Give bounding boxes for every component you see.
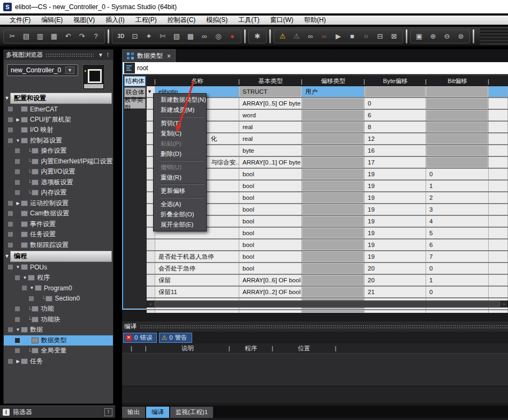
redo-icon[interactable]: ↷	[75, 31, 88, 42]
controller-selector[interactable]: new_Controller_0 ▼	[7, 64, 78, 76]
cell-offset-type[interactable]: 用户	[302, 86, 365, 97]
cell-byte-offset[interactable]: 8	[365, 122, 426, 132]
scrollbar-thumb[interactable]	[155, 301, 500, 307]
menu-item-8[interactable]: 窗口(W)	[265, 15, 299, 25]
chevron-expanded-icon[interactable]: ▼	[15, 265, 21, 269]
cell-bit-offset[interactable]: 0	[426, 169, 489, 179]
check-program-icon[interactable]: ✄	[156, 31, 169, 42]
menu-item-3[interactable]: 插入(I)	[100, 15, 130, 25]
context-menu-item-3[interactable]: 剪切(T)	[154, 118, 206, 129]
sidebar-item-操作设置[interactable]: └操作设置	[4, 146, 113, 156]
menu-item-5[interactable]: 控制器(C)	[162, 15, 201, 25]
cell-extra[interactable]	[489, 216, 508, 227]
sidebar-item-事件设置[interactable]: 事件设置	[4, 219, 113, 230]
cell-bit-offset[interactable]: 4	[426, 216, 489, 227]
delete-icon[interactable]: ▦	[48, 31, 60, 42]
sidebar-item-功能[interactable]: └功能	[4, 304, 113, 314]
sync-icon[interactable]: ○	[360, 31, 373, 42]
cell-name[interactable]	[155, 239, 239, 250]
cell-name[interactable]: 是否处于机器人急停	[155, 251, 239, 262]
cell-extra[interactable]	[489, 86, 508, 97]
transfer-to-controller-icon[interactable]: ⊟	[374, 31, 386, 42]
fit-zoom-icon[interactable]: ▣	[413, 31, 426, 42]
cell-base-type[interactable]: byte	[239, 145, 302, 156]
page-help-icon[interactable]: ?	[89, 31, 102, 42]
cell-bit-offset[interactable]	[426, 145, 489, 156]
cell-offset-type[interactable]	[302, 110, 365, 121]
cell-base-type[interactable]: bool	[239, 228, 302, 238]
context-menu-item-15[interactable]: 展开全部(E)	[154, 220, 206, 230]
cell-base-type[interactable]: bool	[239, 216, 302, 227]
context-menu-item-0[interactable]: 新建数据类型(N)	[154, 95, 206, 105]
sidebar-item-内存设置[interactable]: └内存设置	[4, 188, 113, 198]
cell-offset-type[interactable]	[302, 122, 365, 132]
chevron-expanded-icon[interactable]: ▼	[22, 275, 28, 280]
chevron-collapsed-icon[interactable]: ▶	[15, 117, 21, 122]
cell-base-type[interactable]: ARRAY[0..2] OF bool	[239, 287, 302, 297]
sidebar-item-选项板设置[interactable]: └选项板设置	[4, 177, 113, 188]
filter-panel-bar[interactable]: i 筛选器 ⊺	[0, 406, 115, 418]
paste-icon[interactable]: ▥	[34, 31, 47, 42]
copy-icon[interactable]: ▤	[20, 31, 33, 42]
transfer-from-controller-icon[interactable]: ⊠	[388, 31, 400, 42]
cell-extra[interactable]	[489, 192, 508, 203]
cell-bit-offset[interactable]	[426, 157, 489, 168]
watch-table-icon[interactable]: ▩	[184, 31, 197, 42]
cell-bit-offset[interactable]: 2	[426, 192, 489, 203]
pin-icon[interactable]: ⊺	[105, 52, 111, 58]
sidebar-item-程序[interactable]: ▼程序	[4, 273, 113, 283]
search-icon[interactable]: ◎	[212, 31, 225, 42]
cell-offset-type[interactable]	[302, 145, 365, 156]
sidebar-item-数据[interactable]: ▼数据	[4, 325, 113, 335]
cell-byte-offset[interactable]: 6	[365, 110, 426, 121]
category-tab-0[interactable]: 结构体	[124, 76, 146, 86]
cell-extra[interactable]	[489, 228, 508, 238]
cell-byte-offset[interactable]: 20	[365, 263, 426, 274]
chevron-expanded-icon[interactable]: ▼	[29, 286, 35, 290]
stop-icon[interactable]: ■	[346, 31, 359, 42]
cell-base-type[interactable]: real	[239, 122, 302, 132]
menu-item-9[interactable]: 帮助(H)	[299, 15, 331, 25]
cell-extra[interactable]	[489, 239, 508, 250]
cell-bit-offset[interactable]	[426, 98, 489, 109]
cell-extra[interactable]	[489, 169, 508, 179]
chevron-expanded-icon[interactable]: ▼	[15, 138, 21, 143]
horizontal-scrollbar[interactable]: ‹ ›	[147, 301, 508, 308]
cell-bit-offset[interactable]: 6	[426, 239, 489, 250]
sidebar-item-POUs[interactable]: ▼POUs	[4, 262, 113, 273]
tab-data-types[interactable]: 数据类型 ×	[122, 49, 176, 62]
category-tab-2[interactable]: 枚举类型	[124, 99, 146, 109]
chevron-collapsed-icon[interactable]: ▶	[15, 201, 21, 206]
sidebar-item-运动控制设置[interactable]: ▶运动控制设置	[4, 198, 113, 209]
menu-item-1[interactable]: 编辑(E)	[36, 15, 68, 25]
cell-bit-offset[interactable]: 1	[426, 181, 489, 191]
sidebar-item-I/O 映射[interactable]: I/O 映射	[4, 125, 113, 136]
row-expander-cell[interactable]	[147, 263, 155, 274]
cell-byte-offset[interactable]: 19	[365, 216, 426, 227]
build-column-header-0[interactable]: 说明	[147, 344, 229, 352]
cell-bit-offset[interactable]: 5	[426, 228, 489, 238]
cell-extra[interactable]	[489, 287, 508, 297]
3d-view-icon[interactable]: 3D	[115, 31, 127, 42]
cell-byte-offset[interactable]: 17	[365, 157, 426, 168]
context-menu-item-9[interactable]: 重做(R)	[154, 172, 206, 183]
cell-offset-type[interactable]	[302, 192, 365, 203]
menu-item-2[interactable]: 视图(V)	[68, 15, 100, 25]
cell-extra[interactable]	[489, 251, 508, 262]
cell-byte-offset[interactable]: 19	[365, 251, 426, 262]
warning-count-badge[interactable]: ⚠ 0 警告	[159, 333, 192, 343]
cell-byte-offset[interactable]: 19	[365, 181, 426, 191]
cell-byte-offset[interactable]	[365, 86, 426, 97]
menu-item-6[interactable]: 模拟(S)	[201, 15, 233, 25]
cell-base-type[interactable]: bool	[239, 192, 302, 203]
context-menu-item-1[interactable]: 新建成员(M)	[154, 105, 206, 115]
cell-base-type[interactable]: word	[239, 110, 302, 121]
build-controller-icon[interactable]: ⊡	[128, 31, 141, 42]
sidebar-item-Section0[interactable]: └Section0	[4, 294, 113, 304]
edit-mode-icon[interactable]: ✱	[251, 31, 264, 42]
cell-extra[interactable]	[489, 181, 508, 191]
row-expander-cell[interactable]	[147, 239, 155, 250]
cell-bit-offset[interactable]: 3	[426, 204, 489, 215]
cell-byte-offset[interactable]: 20	[365, 275, 426, 286]
cell-bit-offset[interactable]: 1	[426, 275, 489, 286]
